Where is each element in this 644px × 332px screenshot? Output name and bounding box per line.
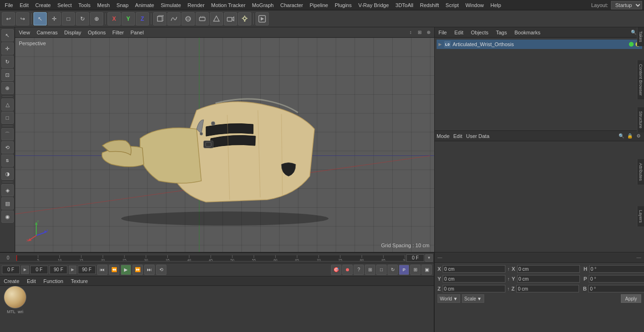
scale-tool-button[interactable]: □ <box>62 12 75 25</box>
attr-menu-mode[interactable]: Mode <box>437 133 450 139</box>
om-visibility-dot[interactable] <box>629 42 634 47</box>
undo-button[interactable]: ↩ <box>2 12 15 25</box>
menu-pipeline[interactable]: Pipeline <box>307 1 331 9</box>
playback-record[interactable]: ⏺ <box>342 265 353 275</box>
transform-tool-button[interactable]: ⊕ <box>90 12 103 25</box>
viewport-menu-filter[interactable]: Filter <box>110 29 125 36</box>
menu-character[interactable]: Character <box>277 1 305 9</box>
attr-menu-edit[interactable]: Edit <box>454 133 462 139</box>
left-polygon-button[interactable]: △ <box>1 98 14 111</box>
timeline-track[interactable]: 5 10 15 20 25 30 35 <box>16 255 405 261</box>
playback-frame-end2[interactable] <box>78 266 96 274</box>
coord-x-arrow[interactable]: ↑ <box>507 267 510 272</box>
coord-x-scale[interactable] <box>517 265 580 273</box>
om-menu-edit[interactable]: Edit <box>453 29 465 36</box>
menu-edit[interactable]: Edit <box>17 1 32 9</box>
menu-motion-tracker[interactable]: Motion Tracker <box>208 1 248 9</box>
coord-p-rot[interactable] <box>589 275 644 283</box>
om-menu-objects[interactable]: Objects <box>469 29 490 36</box>
side-tab-content-browser[interactable]: Content Browser <box>637 60 644 99</box>
coord-b-rot[interactable] <box>588 285 644 292</box>
playback-frame-start-arrow[interactable]: ▶ <box>21 266 29 274</box>
menu-vray[interactable]: V-Ray Bridge <box>355 1 392 9</box>
coord-z-scale[interactable] <box>516 285 579 292</box>
menu-snap[interactable]: Snap <box>114 1 132 9</box>
coord-x-pos[interactable] <box>443 265 505 273</box>
playback-record-target[interactable]: 🎯 <box>331 265 341 275</box>
coord-y-arrow[interactable]: ↑ <box>507 276 510 282</box>
menu-script[interactable]: Script <box>443 1 462 9</box>
attr-search-icon[interactable]: 🔍 <box>618 132 625 140</box>
playback-prev-frame[interactable]: ⏪ <box>109 265 119 275</box>
left-edge-button[interactable]: □ <box>1 112 14 124</box>
om-menu-file[interactable]: File <box>437 29 449 36</box>
viewport-menu-cameras[interactable]: Cameras <box>35 29 60 36</box>
menu-3dtoall[interactable]: 3DToAll <box>393 1 416 9</box>
playback-frame-current[interactable] <box>30 266 48 274</box>
menu-mograph[interactable]: MoGraph <box>249 1 277 9</box>
move-tool-button[interactable]: ✛ <box>48 12 61 25</box>
viewport-icon-3[interactable]: ⊕ <box>425 29 432 36</box>
environment-button[interactable] <box>210 12 223 25</box>
axis-x-button[interactable]: X <box>107 12 121 25</box>
select-tool-button[interactable]: ↖ <box>33 12 47 25</box>
playback-mode1[interactable]: ⊞ <box>365 265 375 275</box>
axis-z-button[interactable]: Z <box>136 12 149 25</box>
menu-redshift[interactable]: Redshift <box>417 1 442 9</box>
menu-mesh[interactable]: Mesh <box>94 1 113 9</box>
menu-plugins[interactable]: Plugins <box>332 1 355 9</box>
axis-y-button[interactable]: Y <box>122 12 135 25</box>
left-mirror-button[interactable]: ◑ <box>1 168 14 180</box>
spline-button[interactable] <box>167 12 181 25</box>
timeline-frame-picker[interactable]: ▼ <box>425 254 433 262</box>
side-tab-structure[interactable]: Structure <box>637 107 644 132</box>
playback-to-end[interactable]: ⏭ <box>144 265 155 275</box>
mat-menu-create[interactable]: Create <box>2 277 21 285</box>
playback-frame-end1[interactable] <box>50 266 67 274</box>
left-spline-button[interactable]: ⌒ <box>1 128 14 140</box>
playback-to-start[interactable]: ⏮ <box>97 265 107 275</box>
playback-help[interactable]: ? <box>354 265 364 275</box>
attr-menu-userdata[interactable]: User Data <box>466 133 490 139</box>
mat-menu-function[interactable]: Function <box>41 277 65 285</box>
left-select-button[interactable]: ↖ <box>1 29 14 41</box>
left-sculpt-button[interactable]: S <box>1 154 14 167</box>
material-slot-1[interactable]: MTL_wri <box>4 286 26 314</box>
menu-window[interactable]: Window <box>462 1 487 9</box>
left-magnet-button[interactable]: ◉ <box>1 211 14 223</box>
rotate-tool-button[interactable]: ↻ <box>76 12 89 25</box>
light-button[interactable] <box>238 12 251 25</box>
left-snap-button[interactable]: ▤ <box>1 197 14 210</box>
playback-mode2[interactable]: □ <box>376 265 387 275</box>
viewport-menu-display[interactable]: Display <box>62 29 83 36</box>
viewport-canvas[interactable]: Perspective Grid Spacing : 10 cm Y Z X <box>15 38 434 252</box>
menu-file[interactable]: File <box>2 1 16 9</box>
side-tab-attributes[interactable]: Attributes <box>637 159 644 185</box>
om-search-icon[interactable]: 🔍 <box>631 30 636 35</box>
left-scale-button[interactable]: ⊡ <box>1 69 14 81</box>
menu-create[interactable]: Create <box>33 1 54 9</box>
coord-z-pos[interactable] <box>443 285 505 292</box>
left-paint-button[interactable]: ⟲ <box>1 141 14 154</box>
coord-y-scale[interactable] <box>517 275 580 283</box>
viewport-menu-options[interactable]: Options <box>86 29 107 36</box>
viewport-menu-panel[interactable]: Panel <box>129 29 146 36</box>
nurbs-button[interactable] <box>182 12 195 25</box>
deformer-button[interactable] <box>196 12 209 25</box>
menu-simulate[interactable]: Simulate <box>158 1 184 9</box>
camera-button[interactable] <box>224 12 237 25</box>
coord-h-rot[interactable] <box>589 265 644 273</box>
redo-button[interactable]: ↪ <box>16 12 29 25</box>
viewport-icon-2[interactable]: ⊞ <box>416 29 423 36</box>
playback-frame-start[interactable] <box>2 266 20 274</box>
layout-select[interactable]: Startup <box>611 1 642 9</box>
om-menu-tags[interactable]: Tags <box>494 29 509 36</box>
left-transform-button[interactable]: ⊕ <box>1 82 14 94</box>
scale-dropdown[interactable]: Scale ▼ <box>462 294 484 303</box>
mat-menu-edit[interactable]: Edit <box>25 277 38 285</box>
left-rotate-button[interactable]: ↻ <box>1 56 14 68</box>
attr-lock-icon[interactable]: 🔒 <box>626 132 634 140</box>
world-dropdown[interactable]: World ▼ <box>438 294 460 303</box>
playback-frame-end-arrow[interactable]: ▶ <box>69 266 76 274</box>
left-move-button[interactable]: ✛ <box>1 42 14 55</box>
